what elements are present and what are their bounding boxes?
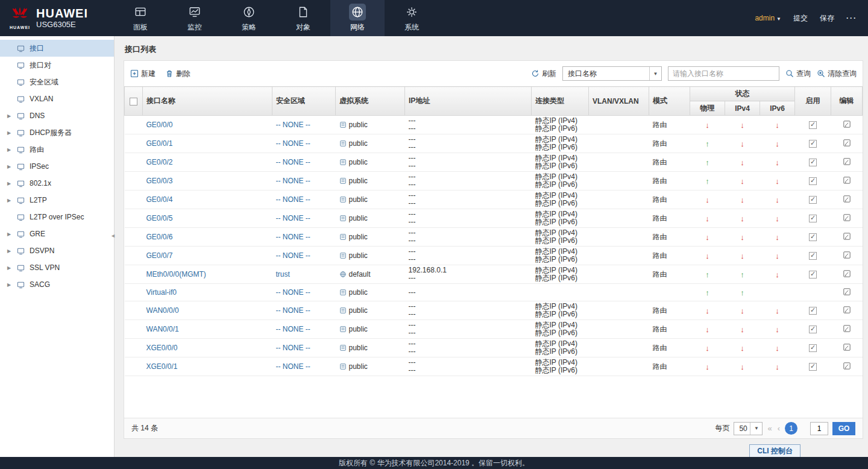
expand-arrow-icon[interactable]: ▶ (7, 181, 17, 186)
select-all-checkbox[interactable] (130, 98, 137, 105)
edit-icon[interactable] (843, 362, 851, 370)
sidebar-item-路由[interactable]: ▶路由 (0, 141, 114, 158)
zone-link[interactable]: -- NONE -- (276, 325, 310, 333)
expand-arrow-icon[interactable]: ▶ (7, 265, 17, 271)
sidebar-collapse-handle[interactable]: ◄ (110, 233, 116, 239)
col-vlan-vxlan[interactable]: VLAN/VXLAN (589, 87, 649, 116)
sidebar-item-DHCP服务器[interactable]: ▶DHCP服务器 (0, 124, 114, 141)
new-button[interactable]: 新建 (130, 69, 156, 79)
edit-icon[interactable] (843, 269, 851, 278)
enable-checkbox[interactable]: ✓ (809, 140, 817, 148)
interface-name-link[interactable]: GE0/0/1 (146, 139, 173, 148)
search-input[interactable] (668, 66, 779, 81)
edit-icon[interactable] (843, 195, 851, 203)
sidebar-item-SSL VPN[interactable]: ▶SSL VPN (0, 259, 114, 276)
zone-link[interactable]: -- NONE -- (276, 251, 310, 260)
edit-icon[interactable] (843, 139, 851, 147)
nav-item-面板[interactable]: 面板 (113, 0, 168, 36)
interface-name-link[interactable]: Virtual-if0 (146, 288, 177, 297)
sidebar-item-L2TP[interactable]: ▶L2TP (0, 192, 114, 209)
zone-link[interactable]: -- NONE -- (276, 121, 310, 129)
interface-name-link[interactable]: GE0/0/0 (146, 121, 173, 129)
zone-link[interactable]: -- NONE -- (276, 214, 310, 222)
clear-query-button[interactable]: 清除查询 (817, 69, 857, 79)
zone-link[interactable]: -- NONE -- (276, 288, 310, 297)
edit-icon[interactable] (843, 120, 851, 128)
interface-name-link[interactable]: XGE0/0/0 (146, 344, 178, 352)
enable-checkbox[interactable]: ✓ (809, 307, 817, 315)
interface-name-link[interactable]: GE0/0/6 (146, 233, 173, 241)
interface-name-link[interactable]: WAN0/0/1 (146, 325, 179, 333)
more-menu-icon[interactable]: ··· (846, 14, 857, 22)
nav-item-策略[interactable]: 策略 (222, 0, 276, 36)
expand-arrow-icon[interactable]: ▶ (7, 248, 17, 254)
enable-checkbox[interactable]: ✓ (809, 326, 817, 333)
interface-name-link[interactable]: XGE0/0/1 (146, 362, 178, 371)
user-menu[interactable]: admin▼ (755, 14, 781, 22)
enable-checkbox[interactable]: ✓ (809, 196, 817, 204)
nav-item-对象[interactable]: 对象 (276, 0, 330, 36)
edit-icon[interactable] (843, 343, 851, 351)
zone-link[interactable]: -- NONE -- (276, 306, 310, 315)
enable-checkbox[interactable]: ✓ (809, 177, 817, 185)
query-button[interactable]: 查询 (785, 69, 811, 79)
edit-icon[interactable] (843, 324, 851, 333)
interface-name-link[interactable]: GE0/0/4 (146, 195, 173, 204)
zone-link[interactable]: -- NONE -- (276, 344, 310, 352)
col-interface-name[interactable]: 接口名称 (143, 87, 272, 116)
zone-link[interactable]: -- NONE -- (276, 158, 310, 166)
sidebar-item-DNS[interactable]: ▶DNS (0, 107, 114, 124)
sidebar-item-DSVPN[interactable]: ▶DSVPN (0, 242, 114, 259)
enable-checkbox[interactable]: ✓ (809, 233, 817, 241)
interface-name-link[interactable]: GE0/0/3 (146, 177, 173, 185)
col-enable[interactable]: 启用 (795, 87, 831, 116)
sidebar-item-IPSec[interactable]: ▶IPSec (0, 158, 114, 175)
col-virtual-system[interactable]: 虚拟系统 (336, 87, 405, 116)
prev-page-icon[interactable]: ‹ (777, 424, 781, 433)
nav-item-系统[interactable]: 系统 (385, 0, 439, 36)
sidebar-item-接口[interactable]: 接口 (0, 40, 114, 57)
nav-item-监控[interactable]: 监控 (168, 0, 222, 36)
enable-checkbox[interactable]: ✓ (809, 363, 817, 371)
zone-link[interactable]: -- NONE -- (276, 177, 310, 185)
zone-link[interactable]: -- NONE -- (276, 362, 310, 371)
nav-item-网络[interactable]: 网络 (330, 0, 385, 36)
col-security-zone[interactable]: 安全区域 (272, 87, 336, 116)
sidebar-item-GRE[interactable]: ▶GRE (0, 225, 114, 242)
enable-checkbox[interactable]: ✓ (809, 159, 817, 166)
expand-arrow-icon[interactable]: ▶ (7, 130, 17, 136)
sidebar-item-接口对[interactable]: 接口对 (0, 57, 114, 74)
expand-arrow-icon[interactable]: ▶ (7, 164, 17, 169)
sidebar-item-L2TP over IPSec[interactable]: L2TP over IPSec (0, 209, 114, 225)
interface-name-link[interactable]: GE0/0/7 (146, 251, 173, 260)
sidebar-item-SACG[interactable]: ▶SACG (0, 276, 114, 293)
col-ipv6[interactable]: IPv6 (760, 101, 795, 116)
edit-icon[interactable] (843, 306, 851, 314)
commit-button[interactable]: 提交 (793, 13, 808, 24)
sidebar-item-802.1x[interactable]: ▶802.1x (0, 175, 114, 192)
interface-name-link[interactable]: GE0/0/2 (146, 158, 173, 166)
zone-link[interactable]: -- NONE -- (276, 233, 310, 241)
enable-checkbox[interactable]: ✓ (809, 215, 817, 222)
first-page-icon[interactable]: « (767, 424, 772, 433)
edit-icon[interactable] (843, 232, 851, 241)
zone-link[interactable]: trust (276, 270, 290, 279)
interface-name-link[interactable]: MEth0/0/0(MGMT) (146, 270, 206, 279)
col-physical[interactable]: 物理 (690, 101, 725, 116)
zone-link[interactable]: -- NONE -- (276, 139, 310, 148)
save-button[interactable]: 保存 (820, 13, 834, 24)
expand-arrow-icon[interactable]: ▶ (7, 231, 17, 237)
col-ip-address[interactable]: IP地址 (405, 87, 532, 116)
interface-name-link[interactable]: WAN0/0/0 (146, 306, 179, 315)
edit-icon[interactable] (843, 288, 851, 296)
edit-icon[interactable] (843, 176, 851, 184)
expand-arrow-icon[interactable]: ▶ (7, 198, 17, 203)
edit-icon[interactable] (843, 157, 851, 166)
interface-name-link[interactable]: GE0/0/5 (146, 214, 173, 222)
enable-checkbox[interactable]: ✓ (809, 121, 817, 129)
col-mode[interactable]: 模式 (649, 87, 690, 116)
edit-icon[interactable] (843, 213, 851, 222)
go-button[interactable]: GO (832, 422, 855, 435)
enable-checkbox[interactable]: ✓ (809, 271, 817, 279)
col-connection-type[interactable]: 连接类型 (532, 87, 589, 116)
